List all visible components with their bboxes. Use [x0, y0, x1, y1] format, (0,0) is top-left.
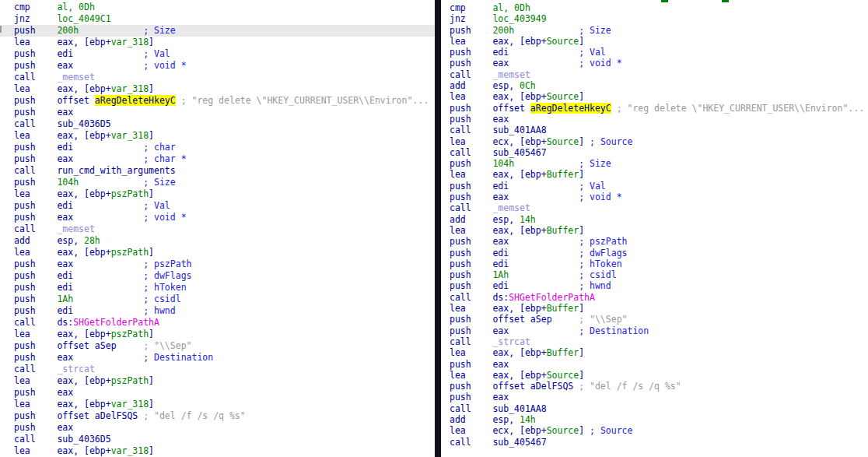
asm-line[interactable]: jnz loc_4049C1: [0, 13, 435, 25]
asm-token: push: [14, 200, 57, 211]
asm-token: sub_401AA8: [492, 125, 546, 135]
asm-line[interactable]: add esp, 0Ch: [441, 80, 868, 91]
asm-line[interactable]: push edi ; hToken: [0, 282, 435, 294]
asm-line[interactable]: push eax: [0, 387, 435, 399]
asm-line[interactable]: lea ecx, [ebp+Source] ; Source: [441, 425, 868, 436]
asm-line[interactable]: lea eax, [ebp+pszPath]: [0, 188, 435, 200]
asm-line[interactable]: push offset aDelFSQS ; "del /f /s /q %s": [0, 410, 435, 422]
asm-line[interactable]: lea eax, [ebp+Source]: [441, 36, 868, 47]
asm-line[interactable]: lea eax, [ebp+Source]: [441, 91, 868, 102]
asm-line[interactable]: push 104h ; Size: [0, 177, 435, 188]
asm-line[interactable]: push eax ; void *: [441, 58, 868, 69]
asm-line[interactable]: lea eax, [ebp+var_318]: [0, 130, 435, 142]
asm-line[interactable]: push edi ; hToken: [441, 258, 868, 269]
asm-token: ; hwnd: [579, 280, 611, 291]
asm-line[interactable]: push edi ; hwnd: [441, 280, 868, 291]
asm-token: edi: [57, 282, 143, 293]
disassembly-pane-right[interactable]: cmp al, 0Dhjnz loc_403949push 200h ; Siz…: [441, 0, 868, 457]
asm-token: ; void *: [579, 58, 621, 69]
asm-token: ; "reg delete \"HKEY_CURRENT_USER\\Envir…: [611, 103, 864, 114]
asm-token: edi: [57, 142, 143, 153]
asm-line[interactable]: call _memset: [441, 69, 868, 80]
asm-line[interactable]: push edi ; char: [0, 142, 435, 153]
asm-line[interactable]: push eax ; void *: [0, 212, 435, 223]
asm-line[interactable]: push offset aSep ; "\\Sep": [441, 314, 868, 325]
ida-diff-view: cmp al, 0Dhjnz loc_4049C1push 200h ; Siz…: [0, 0, 868, 457]
asm-line[interactable]: lea eax, [ebp+var_318]: [0, 37, 435, 48]
asm-line[interactable]: push edi ; Val: [0, 48, 435, 60]
asm-token: push: [450, 192, 492, 202]
asm-line[interactable]: lea eax, [ebp+pszPath]: [0, 375, 435, 387]
asm-line[interactable]: lea eax, [ebp+var_318]: [0, 445, 435, 457]
disassembly-pane-left[interactable]: cmp al, 0Dhjnz loc_4049C1push 200h ; Siz…: [0, 0, 435, 457]
asm-line[interactable]: push offset aSep ; "\\Sep": [0, 340, 435, 352]
asm-token: push: [450, 47, 492, 58]
asm-line[interactable]: lea eax, [ebp+Buffer]: [441, 303, 868, 314]
asm-line[interactable]: push eax: [0, 422, 435, 434]
asm-token: pszPath: [111, 247, 149, 258]
asm-line[interactable]: call ds:SHGetFolderPathA: [441, 292, 868, 303]
asm-line[interactable]: call sub_405467: [441, 147, 868, 158]
asm-line[interactable]: push edi ; dwFlags: [441, 248, 868, 258]
asm-token: Buffer: [547, 347, 579, 358]
asm-line[interactable]: call run_cmd_with_arguments: [0, 165, 435, 177]
asm-line[interactable]: jnz loc_403949: [441, 13, 868, 24]
asm-line[interactable]: lea eax, [ebp+pszPath]: [0, 329, 435, 340]
asm-line[interactable]: push eax: [0, 107, 435, 118]
asm-line[interactable]: cmp al, 0Dh: [441, 2, 868, 13]
asm-line[interactable]: call ds:SHGetFolderPathA: [0, 317, 435, 329]
asm-line[interactable]: add esp, 28h: [0, 235, 435, 247]
asm-line[interactable]: push edi ; hwnd: [0, 305, 435, 317]
asm-line[interactable]: push edi ; Val: [441, 47, 868, 58]
asm-line[interactable]: push offset aDelFSQS ; "del /f /s /q %s": [441, 381, 868, 392]
asm-line[interactable]: lea eax, [ebp+pszPath]: [0, 247, 435, 258]
asm-line[interactable]: push eax: [441, 392, 868, 403]
asm-line[interactable]: push offset aRegDeleteHkeyC ; "reg delet…: [441, 103, 868, 114]
asm-line[interactable]: push 200h ; Size: [441, 25, 868, 36]
asm-line[interactable]: push edi ; Val: [441, 181, 868, 192]
asm-line[interactable]: call sub_401AA8: [441, 403, 868, 414]
asm-line[interactable]: push 104h ; Size: [441, 158, 868, 169]
asm-token: ; pszPath: [579, 236, 627, 247]
asm-line[interactable]: call sub_4036D5: [0, 434, 435, 445]
asm-line[interactable]: push eax ; pszPath: [0, 258, 435, 270]
asm-line[interactable]: push eax: [441, 114, 868, 125]
asm-line[interactable]: lea ecx, [ebp+Source] ; Source: [441, 136, 868, 147]
asm-line[interactable]: push eax ; void *: [441, 192, 868, 202]
pane-divider[interactable]: [435, 0, 441, 457]
asm-line[interactable]: lea eax, [ebp+Buffer]: [441, 169, 868, 180]
asm-line[interactable]: call sub_401AA8: [441, 125, 868, 135]
asm-line[interactable]: push offset aRegDeleteHkeyC ; "reg delet…: [0, 95, 435, 107]
asm-line[interactable]: call _strcat: [0, 364, 435, 375]
asm-line[interactable]: call sub_4036D5: [0, 118, 435, 130]
asm-line[interactable]: add esp, 14h: [441, 414, 868, 425]
asm-line[interactable]: lea eax, [ebp+Source]: [441, 370, 868, 381]
asm-line[interactable]: call _memset: [0, 72, 435, 83]
asm-line[interactable]: push 1Ah ; csidl: [441, 269, 868, 280]
asm-line[interactable]: push 1Ah ; csidl: [0, 294, 435, 305]
asm-line[interactable]: push eax ; char *: [0, 153, 435, 165]
asm-line[interactable]: lea eax, [ebp+Buffer]: [441, 347, 868, 358]
asm-line[interactable]: lea eax, [ebp+var_318]: [0, 399, 435, 410]
asm-line[interactable]: cmp al, 0Dh: [0, 2, 435, 13]
highlighted-symbol[interactable]: aRegDeleteHkeyC: [95, 95, 176, 106]
asm-line[interactable]: call sub_405467: [441, 437, 868, 448]
asm-token: ; Destination: [143, 352, 213, 363]
asm-line[interactable]: call _memset: [441, 202, 868, 213]
asm-line[interactable]: push edi ; Val: [0, 200, 435, 212]
highlighted-symbol[interactable]: aRegDeleteHkeyC: [530, 103, 611, 114]
asm-line[interactable]: push eax ; Destination: [441, 325, 868, 336]
asm-line[interactable]: push eax ; Destination: [0, 352, 435, 364]
asm-line[interactable]: add esp, 14h: [441, 214, 868, 225]
asm-line[interactable]: lea eax, [ebp+Buffer]: [441, 225, 868, 236]
asm-token: push: [14, 25, 57, 36]
asm-line[interactable]: push eax: [441, 359, 868, 370]
asm-line[interactable]: lea eax, [ebp+var_318]: [0, 83, 435, 95]
asm-line[interactable]: call _strcat: [441, 336, 868, 347]
asm-line-selected[interactable]: push 200h ; Size: [0, 25, 435, 37]
asm-line[interactable]: push edi ; dwFlags: [0, 270, 435, 282]
asm-line[interactable]: call _memset: [0, 223, 435, 235]
asm-token: ; hToken: [579, 258, 621, 269]
asm-line[interactable]: push eax ; pszPath: [441, 236, 868, 247]
asm-line[interactable]: push eax ; void *: [0, 60, 435, 72]
